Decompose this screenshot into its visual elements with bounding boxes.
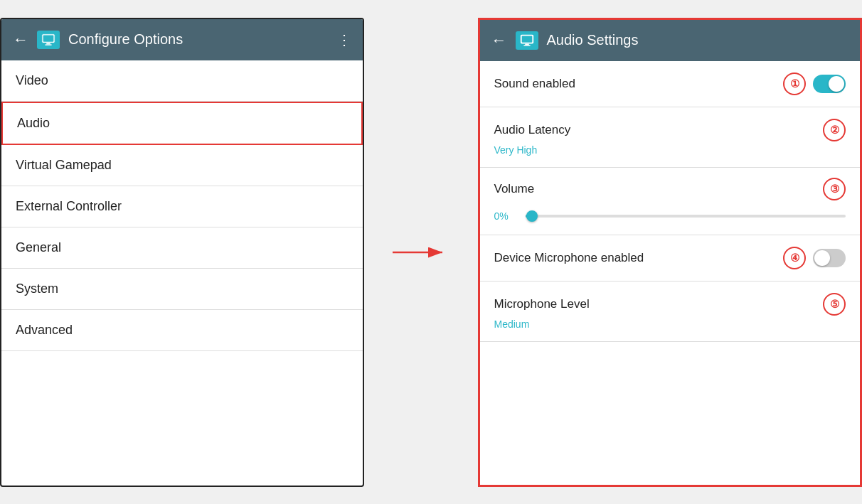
back-button[interactable]: ← xyxy=(13,31,28,49)
audio-icon xyxy=(516,31,538,50)
circle-num-5: ⑤ xyxy=(823,293,846,316)
device-microphone-label: Device Microphone enabled xyxy=(494,251,644,265)
sound-enabled-item: Sound enabled ① xyxy=(480,61,861,107)
circle-num-4: ④ xyxy=(783,247,806,269)
right-header: ← Audio Settings xyxy=(480,20,861,61)
microphone-level-item[interactable]: Microphone Level ⑤ Medium xyxy=(480,282,861,342)
left-panel: ← Configure Options ⋮ Video Audio Virtua… xyxy=(0,18,364,487)
left-header: ← Configure Options ⋮ xyxy=(1,19,363,60)
right-header-title: Audio Settings xyxy=(547,32,849,48)
menu-item-video[interactable]: Video xyxy=(1,60,363,102)
svg-rect-8 xyxy=(521,36,532,42)
volume-item: Volume ③ 0% xyxy=(480,168,861,235)
right-panel: ← Audio Settings Sound enabled ① xyxy=(478,18,863,487)
svg-rect-3 xyxy=(46,43,50,44)
menu-item-audio[interactable]: Audio xyxy=(1,102,363,145)
svg-rect-4 xyxy=(45,44,51,45)
svg-rect-10 xyxy=(523,45,530,45)
svg-rect-9 xyxy=(525,43,529,45)
volume-pct: 0% xyxy=(494,210,517,222)
device-microphone-item: Device Microphone enabled ④ xyxy=(480,235,861,282)
menu-item-external-controller[interactable]: External Controller xyxy=(1,186,363,227)
device-microphone-toggle[interactable] xyxy=(813,249,846,267)
audio-latency-value: Very High xyxy=(494,144,846,156)
svg-rect-2 xyxy=(43,35,54,41)
settings-list: Sound enabled ① Audio Latency ② Very Hig… xyxy=(480,61,861,485)
volume-slider-track xyxy=(526,215,846,218)
audio-back-button[interactable]: ← xyxy=(491,31,507,50)
sound-enabled-label: Sound enabled xyxy=(494,77,575,91)
configure-icon xyxy=(37,31,60,49)
toggle-knob xyxy=(829,76,844,92)
circle-num-2: ② xyxy=(823,119,846,141)
audio-latency-item[interactable]: Audio Latency ② Very High xyxy=(480,107,861,168)
left-header-title: Configure Options xyxy=(68,31,329,48)
microphone-level-label: Microphone Level xyxy=(494,297,590,311)
toggle-knob-mic xyxy=(814,250,830,266)
volume-label: Volume xyxy=(494,182,535,196)
menu-list: Video Audio Virtual Gamepad External Con… xyxy=(1,60,363,486)
volume-slider-thumb[interactable] xyxy=(526,210,538,222)
microphone-level-value: Medium xyxy=(494,318,846,330)
audio-latency-label: Audio Latency xyxy=(494,123,571,137)
menu-item-virtual-gamepad[interactable]: Virtual Gamepad xyxy=(1,145,363,186)
arrow-connector xyxy=(393,238,449,267)
menu-item-system[interactable]: System xyxy=(1,269,363,310)
menu-item-general[interactable]: General xyxy=(1,227,363,269)
circle-num-1: ① xyxy=(783,73,806,95)
sound-enabled-toggle[interactable] xyxy=(813,75,846,93)
more-options-button[interactable]: ⋮ xyxy=(337,31,351,48)
circle-num-3: ③ xyxy=(823,178,846,200)
menu-item-advanced[interactable]: Advanced xyxy=(1,310,363,351)
